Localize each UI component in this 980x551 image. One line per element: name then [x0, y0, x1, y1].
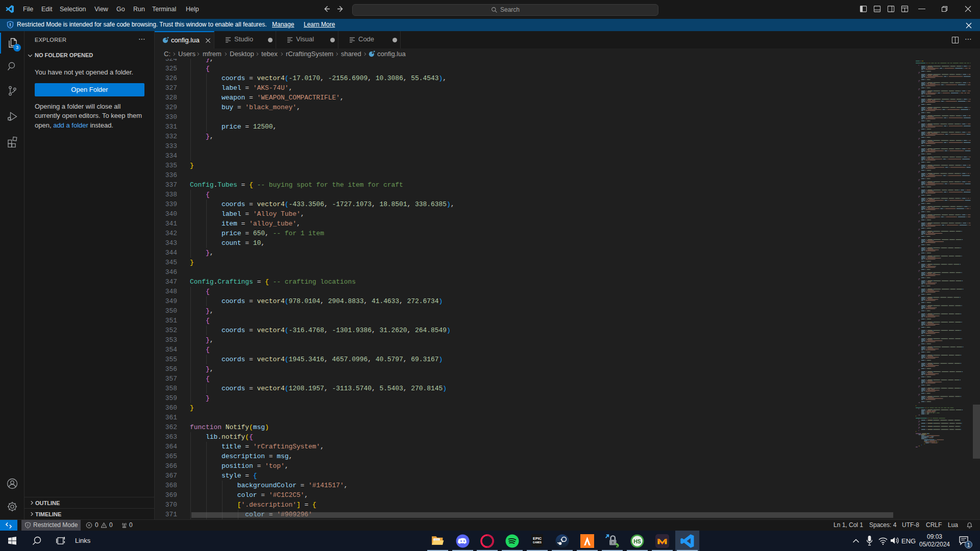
svg-text:EPIC: EPIC: [533, 536, 542, 541]
svg-text:HS: HS: [633, 538, 641, 544]
svg-text:GAMES: GAMES: [533, 541, 542, 544]
